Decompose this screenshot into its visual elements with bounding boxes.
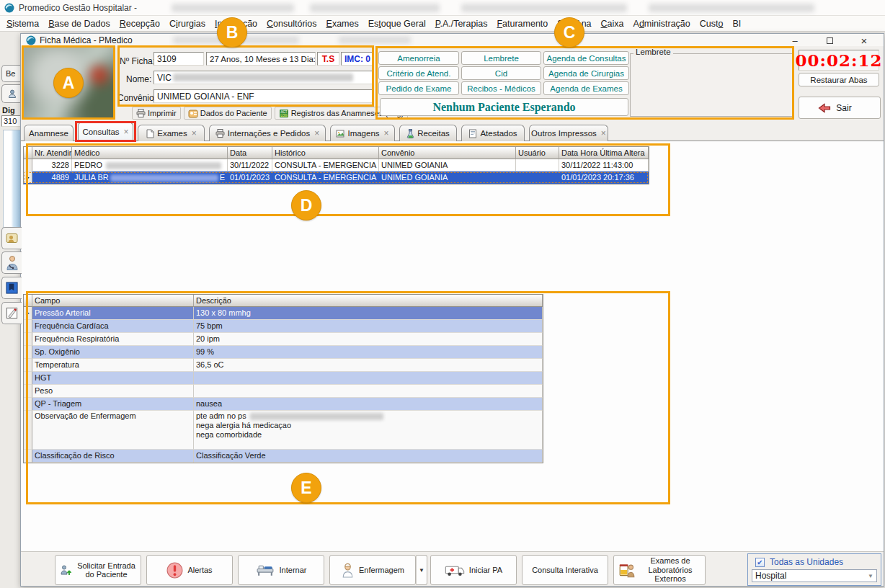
row-indicator (24, 346, 32, 359)
triagem-row[interactable]: ▸Pressão Arterial130 x 80 mmhg (24, 307, 543, 320)
bottom-button-solicitar-entrada-do-paciente[interactable]: Solicitar Entrada do Paciente (55, 555, 141, 585)
ts-button[interactable]: T.S (317, 52, 339, 66)
tab-internacoes-e-pedidos[interactable]: Internações e Pedidos× (209, 125, 326, 141)
sidebar-tab-key-person-icon[interactable] (1, 227, 22, 249)
enfermagem-dropdown-button[interactable]: ▼ (416, 555, 427, 585)
column-header[interactable]: Descrição (194, 295, 543, 307)
triagem-row[interactable]: Sp. Oxigênio99 % (24, 346, 543, 359)
menu-item-faturamento[interactable]: Faturamento (497, 19, 548, 29)
menu-item-custo[interactable]: Custo (700, 19, 724, 29)
column-header[interactable]: Data Hora Última Altera (559, 147, 649, 159)
todas-unidades-checkbox[interactable]: ✔ Todas as Unidades (755, 557, 881, 567)
tab-imagens[interactable]: Imagens× (330, 125, 395, 141)
maximize-button[interactable] (819, 35, 840, 46)
quick-button-agenda-de-exames[interactable]: Agenda de Exames (543, 81, 629, 95)
close-button[interactable]: × (853, 35, 875, 46)
column-header[interactable] (24, 295, 32, 307)
consultas-row[interactable]: 3228PEDRO 30/11/2022CONSULTA - EMERGENCI… (24, 159, 649, 172)
checkbox-checked-icon[interactable]: ✔ (755, 558, 765, 567)
menu-item-consultorios[interactable]: Consultórios (267, 19, 316, 29)
triagem-row[interactable]: Classificação de RiscoClassificação Verd… (24, 450, 543, 463)
sidebar-field-value[interactable]: 310 (1, 115, 21, 127)
column-header[interactable]: Nr. Atendim (32, 147, 72, 159)
unidade-select[interactable]: Hospital ▼ (752, 569, 877, 582)
column-header[interactable]: Médico (72, 147, 228, 159)
quick-button-agenda-de-consultas[interactable]: Agenda de Consultas (543, 51, 629, 65)
tab-close-icon[interactable]: × (124, 127, 129, 137)
sidebar-tab-bem-vindo[interactable]: Be (1, 65, 22, 82)
sidebar-tab-notes-icon[interactable] (1, 302, 22, 324)
ficha-number-field[interactable]: 3109 (154, 52, 204, 66)
menu-item-recepcao[interactable]: Recepção (120, 19, 160, 29)
row-indicator (24, 359, 32, 372)
triagem-row[interactable]: Frequência Cardíaca75 bpm (24, 320, 543, 333)
toolbar-button-label: Imprimir (148, 109, 177, 117)
column-header[interactable]: Data (228, 147, 272, 159)
column-header[interactable]: Usuário (516, 147, 559, 159)
notes-icon (5, 306, 19, 320)
bottom-button-internar[interactable]: Internar (238, 555, 324, 585)
triagem-row[interactable]: QP - Triagemnausea (24, 398, 543, 411)
bottom-button-exames-de-laboratorios-externos[interactable]: Exames de Laboratórios Externos (613, 555, 706, 585)
bottom-button-enfermagem[interactable]: Enfermagem (329, 555, 416, 585)
row-indicator (24, 411, 32, 450)
triagem-row[interactable]: Peso (24, 385, 543, 398)
column-header[interactable] (24, 147, 32, 159)
triagem-row[interactable]: Observação de Enfermagempte adm no ps ne… (24, 411, 543, 450)
quick-button-criterio-de-atend[interactable]: Critério de Atend. (378, 66, 459, 80)
tab-outros-impressos[interactable]: Outros Impressos× (529, 125, 608, 141)
tab-close-icon[interactable]: × (384, 128, 389, 138)
menu-item-sus-ana[interactable]: Sus/Ana (557, 19, 591, 29)
bottom-button-alertas[interactable]: Alertas (146, 555, 233, 585)
menu-item-exames[interactable]: Exames (326, 19, 359, 29)
triagem-row[interactable]: Temperatura36,5 oC (24, 359, 543, 372)
tab-close-icon[interactable]: × (314, 128, 319, 138)
toolbar-button-dados-do-paciente[interactable]: Dados do Paciente (184, 107, 272, 120)
bottom-button-consulta-interativa[interactable]: Consulta Interativa (522, 555, 608, 585)
column-header[interactable]: Histórico (272, 147, 379, 159)
bottom-button-label: Solicitar Entrada do Paciente (76, 561, 136, 579)
menu-item-caixa[interactable]: Caixa (601, 19, 624, 29)
column-header[interactable]: Campo (32, 295, 194, 307)
imc-button[interactable]: IMC: 0 (341, 52, 373, 66)
quick-button-agenda-de-cirurgias[interactable]: Agenda de Cirurgias (543, 66, 629, 80)
tab-close-icon[interactable]: × (192, 128, 197, 138)
sidebar-tab-paciente[interactable] (1, 84, 22, 103)
menu-item-sistema[interactable]: Sistema (6, 19, 39, 29)
consultas-row[interactable]: ▸4889JULIA BRE01/01/2023CONSULTA - EMERG… (24, 172, 649, 184)
menu-item-estoque-geral[interactable]: Estoque Geral (368, 19, 426, 29)
sair-button[interactable]: Sair (799, 97, 881, 119)
sidebar-tab-doctor-icon[interactable] (1, 251, 22, 274)
nome-field[interactable]: VIC (154, 71, 373, 84)
quick-button-cid[interactable]: Cid (461, 66, 541, 80)
tab-close-icon[interactable]: × (601, 128, 606, 138)
patient-age-field: 27 Anos, 10 Meses e 13 Dia: (206, 52, 316, 66)
menu-item-cirurgias[interactable]: Cirurgias (169, 19, 205, 29)
menu-item-base-de-dados[interactable]: Base de Dados (48, 19, 110, 29)
triagem-row[interactable]: Frequência Respiratória20 ipm (24, 333, 543, 346)
bottom-button-iniciar-pa[interactable]: Iniciar PA (430, 555, 517, 585)
tab-anamnese[interactable]: Anamnese (24, 125, 74, 141)
campo-cell: Sp. Oxigênio (32, 346, 194, 359)
sidebar-tab-book-icon[interactable] (1, 277, 22, 299)
tab-receitas[interactable]: Receitas (399, 125, 457, 141)
quick-button-pedido-de-exame[interactable]: Pedido de Exame (378, 81, 459, 95)
toolbar-button-imprimir[interactable]: Imprimir (132, 107, 181, 120)
minimize-button[interactable]: – (784, 35, 806, 46)
tab-atestados[interactable]: Atestados (461, 125, 525, 141)
tab-consultas[interactable]: Consultas× (78, 122, 133, 141)
menu-item-p-a-terapias[interactable]: P.A./Terapias (435, 19, 488, 29)
alert-icon (166, 562, 183, 579)
menu-item-internacao[interactable]: Internação (215, 19, 257, 29)
tab-exames[interactable]: Exames× (138, 125, 205, 141)
restaurar-abas-button[interactable]: Restaurar Abas (799, 73, 879, 86)
menu-item-bi[interactable]: BI (732, 19, 741, 29)
quick-button-amenorreia[interactable]: Amenorreia (378, 51, 459, 65)
convenio-field[interactable]: UNIMED GOIANIA - ENF (154, 89, 373, 103)
descricao-cell: 75 bpm (194, 320, 543, 333)
menu-item-administracao[interactable]: Administração (633, 19, 690, 29)
quick-button-recibos-medicos[interactable]: Recibos - Médicos (461, 81, 541, 95)
quick-button-lembrete[interactable]: Lembrete (461, 51, 541, 65)
column-header[interactable]: Convênio (379, 147, 516, 159)
triagem-row[interactable]: HGT (24, 372, 543, 385)
